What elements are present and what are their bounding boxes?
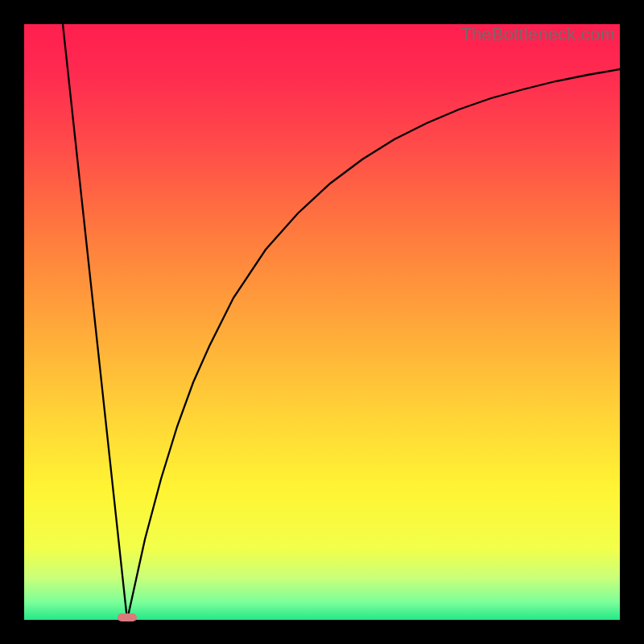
bottleneck-curve xyxy=(63,24,620,620)
chart-frame: TheBottleneck.com xyxy=(0,0,644,644)
watermark-text: TheBottleneck.com xyxy=(460,24,615,45)
plot-area xyxy=(24,24,620,620)
optimum-marker xyxy=(118,613,137,621)
curve-layer xyxy=(24,24,620,620)
